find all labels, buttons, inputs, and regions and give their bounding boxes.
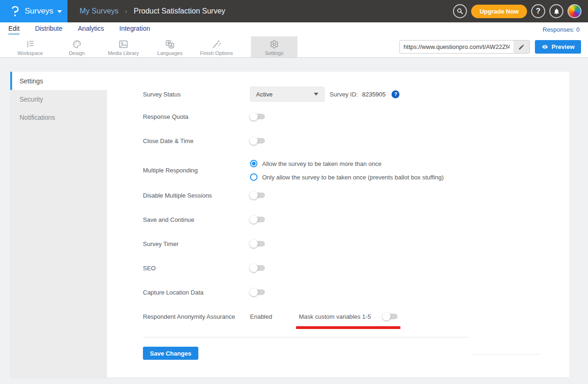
settings-card: Settings Security Notifications Survey S… — [10, 72, 569, 377]
disable-multiple-sessions-toggle[interactable] — [251, 192, 265, 198]
respondent-anonymity-label: Respondent Anonymity Assurance — [143, 313, 250, 320]
image-icon — [118, 40, 128, 49]
survey-status-value: Active — [256, 91, 272, 98]
questionpro-app: Surveys My Surveys › Product Satisfactio… — [0, 0, 588, 384]
radio-option-label: Allow the survey to be taken more than o… — [262, 160, 382, 167]
row-respondent-anonymity: Respondent Anonymity Assurance Enabled M… — [143, 311, 569, 322]
chevron-down-icon — [314, 93, 318, 96]
gear-icon — [270, 40, 279, 49]
anonymity-status: Enabled — [250, 313, 299, 320]
tab-distribute[interactable]: Distribute — [35, 25, 62, 34]
close-date-time-label: Close Date & Time — [143, 137, 250, 144]
multiple-responding-label: Multiple Responding — [143, 167, 250, 174]
radio-option-only-once[interactable]: Only allow the survey to be taken once (… — [250, 173, 444, 181]
save-and-continue-label: Save and Continue — [143, 216, 250, 223]
toggle-knob — [250, 288, 258, 296]
sidebar-item-settings[interactable]: Settings — [10, 72, 107, 90]
disable-multiple-sessions-label: Disable Multiple Sessions — [143, 192, 250, 199]
tab-edit[interactable]: Edit — [8, 25, 20, 34]
tab-analytics[interactable]: Analytics — [78, 25, 104, 34]
toolbar-label-finish-options: Finish Options — [200, 50, 233, 56]
workspace-icon — [25, 40, 35, 49]
chevron-down-icon — [57, 10, 62, 13]
upgrade-now-button[interactable]: Upgrade Now — [471, 5, 527, 18]
breadcrumb: My Surveys › Product Satisfaction Survey — [80, 7, 225, 15]
responses-count[interactable]: Responses: 0 — [543, 26, 580, 33]
breadcrumb-my-surveys[interactable]: My Surveys — [80, 7, 119, 15]
survey-id-label: Survey ID: — [330, 91, 358, 98]
toolbar-item-media-library[interactable]: Media Library — [100, 36, 147, 57]
seo-toggle[interactable] — [251, 265, 265, 271]
notifications-button[interactable] — [549, 4, 563, 18]
sidebar-item-security[interactable]: Security — [10, 90, 107, 108]
form-divider — [143, 337, 469, 337]
mask-custom-variables-toggle[interactable] — [384, 314, 398, 319]
seo-label: SEO — [143, 265, 250, 272]
toolbar-label-workspace: Workspace — [18, 50, 43, 56]
product-switcher[interactable]: Surveys — [0, 0, 68, 22]
magic-wand-icon — [211, 40, 222, 49]
toolbar-item-design[interactable]: Design — [54, 36, 100, 57]
survey-url-input[interactable] — [400, 43, 514, 50]
tab-integration[interactable]: Integration — [119, 25, 150, 34]
row-disable-multiple-sessions: Disable Multiple Sessions — [143, 190, 569, 200]
toolbar-item-languages[interactable]: Languages — [147, 36, 193, 57]
response-quota-toggle[interactable] — [251, 114, 265, 119]
nav-tabs: Edit Distribute Analytics Integration — [8, 25, 150, 34]
radio-unselected-icon — [250, 173, 257, 181]
help-button[interactable]: ? — [531, 4, 545, 18]
toggle-knob — [250, 137, 258, 145]
response-quota-label: Response Quota — [143, 113, 250, 120]
edit-url-button[interactable] — [514, 41, 529, 53]
mask-custom-variables-label: Mask custom variables 1-5 — [299, 313, 371, 320]
close-date-time-toggle[interactable] — [251, 138, 265, 144]
questionpro-logo-icon — [9, 5, 21, 18]
toggle-knob — [250, 240, 258, 248]
product-name: Surveys — [25, 7, 53, 16]
survey-timer-toggle[interactable] — [251, 241, 265, 247]
save-and-continue-toggle[interactable] — [251, 217, 265, 222]
radio-selected-icon — [250, 160, 257, 167]
edit-toolbar: Workspace Design Media Library — [0, 36, 588, 58]
palette-icon — [72, 40, 82, 49]
capture-location-data-label: Capture Location Data — [143, 289, 250, 296]
translate-icon — [165, 40, 175, 49]
capture-location-data-toggle[interactable] — [251, 289, 265, 295]
save-changes-button[interactable]: Save Changes — [143, 347, 198, 360]
toggle-knob — [250, 264, 258, 272]
sidebar-item-label: Notifications — [20, 114, 55, 121]
toggle-knob — [250, 112, 258, 121]
eye-icon — [541, 44, 548, 50]
red-annotation-underline — [296, 326, 400, 329]
toolbar-label-languages: Languages — [157, 50, 182, 56]
content-area: Settings Security Notifications Survey S… — [0, 58, 588, 384]
mask-custom-variables-group: Mask custom variables 1-5 — [299, 313, 398, 320]
survey-timer-label: Survey Timer — [143, 240, 250, 247]
search-button[interactable] — [453, 4, 467, 18]
survey-status-dropdown[interactable]: Active — [250, 87, 324, 102]
sidebar-item-notifications[interactable]: Notifications — [10, 108, 107, 126]
sidebar-item-label: Settings — [20, 77, 43, 85]
survey-status-label: Survey Status — [143, 91, 250, 98]
breadcrumb-separator: › — [125, 7, 128, 15]
row-save-and-continue: Save and Continue — [143, 214, 569, 225]
user-avatar[interactable] — [568, 4, 581, 18]
bell-icon — [553, 8, 560, 15]
radio-option-label: Only allow the survey to be taken once (… — [262, 174, 444, 181]
preview-button[interactable]: Preview — [535, 40, 581, 54]
survey-id-help-icon[interactable]: ? — [392, 90, 399, 98]
radio-option-allow-multiple[interactable]: Allow the survey to be taken more than o… — [250, 160, 444, 167]
row-close-date-time: Close Date & Time — [143, 136, 569, 146]
settings-sidebar: Settings Security Notifications — [10, 72, 107, 377]
row-survey-status: Survey Status Active Survey ID: 8235905 … — [143, 87, 569, 102]
toolbar-item-workspace[interactable]: Workspace — [7, 36, 54, 57]
toolbar-item-finish-options[interactable]: Finish Options — [193, 36, 240, 57]
toggle-knob — [250, 215, 258, 224]
sidebar-item-label: Security — [20, 96, 43, 103]
toolbar-item-settings[interactable]: Settings — [251, 36, 297, 57]
topbar: Surveys My Surveys › Product Satisfactio… — [0, 0, 588, 22]
settings-panel: Survey Status Active Survey ID: 8235905 … — [107, 72, 569, 377]
panel-hairline — [470, 354, 541, 355]
survey-id-block: Survey ID: 8235905 ? — [330, 90, 399, 98]
toggle-knob — [382, 312, 391, 321]
